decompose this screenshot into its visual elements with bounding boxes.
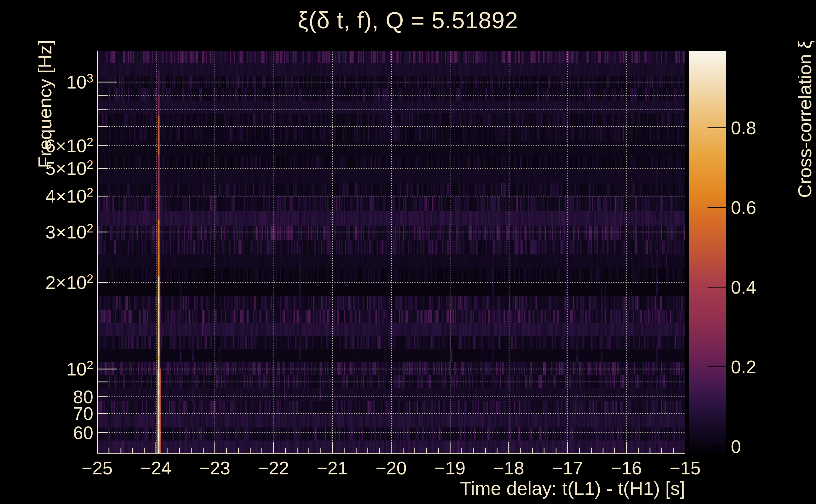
chart-title: ξ(δ t, f), Q = 5.51892 [0,7,816,34]
colorbar-tick-label: 0.4 [731,277,756,298]
y-tick-label: 6×102 [45,135,93,156]
qscan-cross-correlation-chart: ξ(δ t, f), Q = 5.51892 Frequency [Hz] Ti… [0,0,816,504]
x-tick-label: −21 [317,457,348,478]
x-tick-label: −22 [258,457,289,478]
x-tick-label: −23 [199,457,230,478]
x-tick-label: −25 [82,457,112,478]
x-tick-label: −18 [493,457,524,478]
x-tick-label: −20 [376,457,406,478]
colorbar-tick-label: 0.8 [731,117,756,138]
x-tick-label: −19 [434,457,465,478]
y-tick-label: 2×102 [45,272,93,293]
x-tick-label: −17 [552,457,583,478]
x-axis-title: Time delay: t(L1) - t(H1) [s] [460,478,685,499]
correlation-heatmap-canvas [97,51,685,454]
y-tick-label: 5×102 [45,158,93,179]
colorbar-tick-label: 0.2 [731,356,756,377]
x-tick-label: −16 [611,457,642,478]
x-tick-label: −24 [140,457,171,478]
x-tick-label: −15 [670,457,701,478]
colorbar-title: Cross-correlation ξ [794,40,816,198]
y-tick-label: 70 [73,403,93,424]
colorbar-tick-label: 0.6 [731,197,756,218]
y-tick-label: 103 [66,71,93,92]
y-tick-label: 60 [73,422,93,443]
colorbar-tick-label: 0 [731,436,741,457]
y-tick-label: 102 [66,358,93,379]
y-tick-label: 4×102 [45,186,93,207]
y-tick-label: 3×102 [45,221,93,243]
colorbar-gradient [689,51,726,454]
